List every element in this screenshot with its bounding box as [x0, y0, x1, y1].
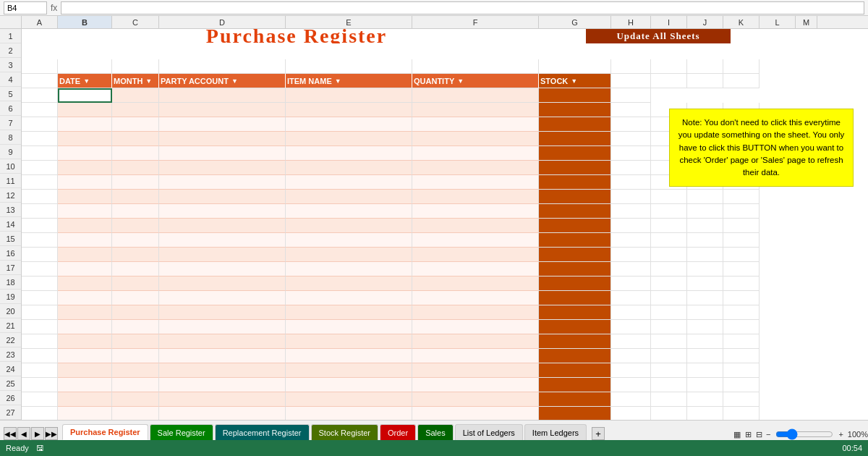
row-num-17[interactable]: 17	[0, 261, 21, 275]
cell-b15[interactable]	[58, 248, 112, 262]
cell-e20[interactable]	[286, 320, 412, 334]
cell-d21[interactable]	[159, 334, 286, 349]
col-header-e[interactable]: E	[286, 16, 412, 28]
name-box[interactable]: B4	[4, 1, 47, 14]
cell-d11[interactable]	[159, 190, 286, 204]
cell-i20[interactable]	[651, 320, 687, 334]
cell-e5[interactable]	[286, 103, 412, 117]
cell-h8[interactable]	[611, 146, 651, 161]
cell-d14[interactable]	[159, 233, 286, 248]
tab-list-of-ledgers[interactable]: List of Ledgers	[455, 424, 523, 440]
cell-g19[interactable]	[539, 305, 611, 320]
month-dropdown-arrow[interactable]: ▼	[145, 77, 152, 85]
cell-e26[interactable]	[286, 407, 412, 420]
cell-d4[interactable]	[159, 88, 286, 103]
cell-f19[interactable]	[412, 305, 539, 320]
cell-b11[interactable]	[58, 190, 112, 204]
cell-j25[interactable]	[687, 392, 723, 407]
row-num-22[interactable]: 22	[0, 333, 21, 347]
cell-f15[interactable]	[412, 248, 539, 262]
cell-f6[interactable]	[412, 117, 539, 132]
formula-input[interactable]	[61, 1, 864, 14]
cell-i25[interactable]	[651, 392, 687, 407]
row-num-21[interactable]: 21	[0, 318, 21, 333]
col-header-i[interactable]: I	[651, 16, 687, 28]
cell-g7[interactable]	[539, 132, 611, 146]
cell-c12[interactable]	[112, 204, 159, 219]
col-header-d[interactable]: D	[159, 16, 286, 28]
view-layout-icon[interactable]: ⊞	[745, 430, 752, 439]
cell-g5[interactable]	[539, 103, 611, 117]
col-header-c[interactable]: C	[112, 16, 159, 28]
cell-h6[interactable]	[611, 117, 651, 132]
row-num-2[interactable]: 2	[0, 43, 21, 58]
cell-g23[interactable]	[539, 363, 611, 378]
cell-e18[interactable]	[286, 291, 412, 305]
cell-f17[interactable]	[412, 276, 539, 291]
tab-nav-next[interactable]: ▶	[31, 427, 44, 440]
cell-j20[interactable]	[687, 320, 723, 334]
cell-d7[interactable]	[159, 132, 286, 146]
cell-c20[interactable]	[112, 320, 159, 334]
view-page-break-icon[interactable]: ⊟	[756, 430, 762, 439]
cell-a13[interactable]	[22, 219, 58, 233]
row-num-24[interactable]: 24	[0, 362, 21, 376]
cell-a3[interactable]	[22, 74, 58, 88]
cell-d26[interactable]	[159, 407, 286, 420]
cell-d12[interactable]	[159, 204, 286, 219]
col-header-k[interactable]: K	[723, 16, 760, 28]
cell-h25[interactable]	[611, 392, 651, 407]
qty-dropdown-arrow[interactable]: ▼	[457, 77, 464, 85]
cell-a12[interactable]	[22, 204, 58, 219]
col-header-a[interactable]: A	[22, 16, 58, 28]
cell-d2[interactable]	[159, 59, 286, 74]
cell-j22[interactable]	[687, 349, 723, 363]
cell-j11[interactable]	[687, 190, 723, 204]
cell-j26[interactable]	[687, 407, 723, 420]
zoom-minus-btn[interactable]: −	[766, 430, 770, 439]
cell-a26[interactable]	[22, 407, 58, 420]
cell-j19[interactable]	[687, 305, 723, 320]
cell-g20[interactable]	[539, 320, 611, 334]
cell-f4[interactable]	[412, 88, 539, 103]
cell-e19[interactable]	[286, 305, 412, 320]
cell-a14[interactable]	[22, 233, 58, 248]
cell-k11[interactable]	[723, 190, 760, 204]
cell-g25[interactable]	[539, 392, 611, 407]
cell-i13[interactable]	[651, 219, 687, 233]
cell-c5[interactable]	[112, 103, 159, 117]
cell-f2[interactable]	[412, 59, 539, 74]
cell-i16[interactable]	[651, 262, 687, 276]
cell-a11[interactable]	[22, 190, 58, 204]
cell-h15[interactable]	[611, 248, 651, 262]
cell-g14[interactable]	[539, 233, 611, 248]
row-num-23[interactable]: 23	[0, 347, 21, 362]
cell-f18[interactable]	[412, 291, 539, 305]
select-all-cell[interactable]	[0, 16, 22, 28]
row-num-8[interactable]: 8	[0, 130, 21, 145]
cell-f21[interactable]	[412, 334, 539, 349]
cell-a25[interactable]	[22, 392, 58, 407]
cell-a6[interactable]	[22, 117, 58, 132]
cell-f16[interactable]	[412, 262, 539, 276]
cell-e12[interactable]	[286, 204, 412, 219]
cell-c9[interactable]	[112, 161, 159, 175]
cell-d23[interactable]	[159, 363, 286, 378]
cell-e13[interactable]	[286, 219, 412, 233]
cell-g16[interactable]	[539, 262, 611, 276]
cell-j24[interactable]	[687, 378, 723, 392]
cell-h26[interactable]	[611, 407, 651, 420]
cell-k15[interactable]	[723, 248, 760, 262]
cell-c13[interactable]	[112, 219, 159, 233]
cell-d5[interactable]	[159, 103, 286, 117]
cell-f24[interactable]	[412, 378, 539, 392]
cell-j16[interactable]	[687, 262, 723, 276]
cell-b5[interactable]	[58, 103, 112, 117]
cell-d13[interactable]	[159, 219, 286, 233]
cell-g6[interactable]	[539, 117, 611, 132]
cell-i17[interactable]	[651, 276, 687, 291]
cell-k23[interactable]	[723, 363, 760, 378]
cell-f22[interactable]	[412, 349, 539, 363]
cell-j3[interactable]	[687, 74, 723, 88]
cell-b20[interactable]	[58, 320, 112, 334]
